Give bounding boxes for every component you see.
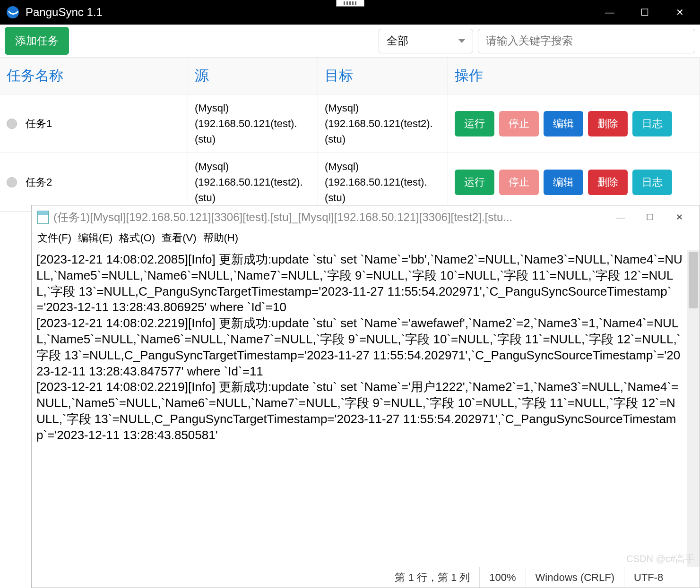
notepad-titlebar: (任务1)[Mysql][192.168.50.121][3306][test]…: [32, 205, 700, 229]
maximize-button[interactable]: ☐: [627, 0, 662, 25]
app-icon: [7, 6, 19, 18]
status-zoom: 100%: [479, 567, 525, 588]
table-row: 任务2 (Mysql)(192.168.50.121(test2).(stu) …: [0, 153, 700, 212]
close-button[interactable]: ✕: [662, 0, 697, 25]
minimize-button[interactable]: —: [592, 0, 627, 25]
col-source-header: 源: [188, 58, 318, 94]
notepad-menu: 文件(F) 编辑(E) 格式(O) 查看(V) 帮助(H): [32, 229, 700, 250]
status-position: 第 1 行，第 1 列: [385, 567, 479, 588]
status-encoding: UTF-8: [624, 567, 700, 588]
task-actions-cell: 运行 停止 编辑 删除 日志: [448, 153, 700, 211]
delete-button[interactable]: 删除: [588, 111, 628, 136]
scrollbar[interactable]: [687, 250, 700, 567]
np-minimize-button[interactable]: —: [606, 205, 635, 229]
stop-button[interactable]: 停止: [499, 111, 539, 136]
menu-view[interactable]: 查看(V): [162, 231, 196, 245]
task-actions-cell: 运行 停止 编辑 删除 日志: [448, 94, 700, 153]
status-eol: Windows (CRLF): [526, 567, 624, 588]
task-name-cell: 任务2: [0, 153, 188, 211]
np-close-button[interactable]: ✕: [665, 205, 694, 229]
task-source-cell: (Mysql)(192.168.50.121(test).(stu): [188, 94, 318, 153]
log-button[interactable]: 日志: [632, 111, 672, 136]
table-header: 任务名称 源 目标 操作: [0, 58, 700, 94]
col-actions-header: 操作: [448, 58, 700, 94]
task-target-cell: (Mysql)(192.168.50.121(test).(stu): [318, 153, 448, 211]
chevron-down-icon: [458, 39, 465, 43]
log-button[interactable]: 日志: [632, 170, 672, 195]
run-button[interactable]: 运行: [455, 111, 494, 136]
np-maximize-button[interactable]: ☐: [635, 205, 665, 229]
run-button[interactable]: 运行: [455, 170, 494, 195]
stop-button[interactable]: 停止: [499, 170, 539, 195]
menu-format[interactable]: 格式(O): [119, 231, 155, 245]
window-title: PanguSync 1.1: [26, 6, 103, 19]
task-source-cell: (Mysql)(192.168.50.121(test2).(stu): [188, 153, 318, 211]
task-target-cell: (Mysql)(192.168.50.121(test2).(stu): [318, 94, 448, 153]
task-name-cell: 任务1: [0, 94, 188, 153]
notepad-text[interactable]: [2023-12-21 14:08:02.2085][Info] 更新成功:up…: [32, 250, 687, 567]
watermark: CSDN @c#高手: [626, 553, 694, 565]
col-name-header: 任务名称: [0, 58, 188, 94]
delete-button[interactable]: 删除: [588, 170, 628, 195]
notepad-window: (任务1)[Mysql][192.168.50.121][3306][test]…: [31, 205, 700, 588]
notepad-statusbar: 第 1 行，第 1 列 100% Windows (CRLF) UTF-8: [32, 567, 700, 588]
menu-edit[interactable]: 编辑(E): [78, 231, 112, 245]
status-dot-icon: [7, 119, 17, 129]
filter-select[interactable]: 全部: [379, 29, 473, 53]
menu-help[interactable]: 帮助(H): [203, 231, 239, 245]
titlebar-drag-tab[interactable]: [336, 0, 364, 7]
edit-button[interactable]: 编辑: [544, 111, 583, 136]
notepad-title: (任务1)[Mysql][192.168.50.121][3306][test]…: [53, 210, 606, 225]
filter-selected-label: 全部: [387, 34, 408, 48]
notepad-icon: [37, 211, 49, 224]
edit-button[interactable]: 编辑: [544, 170, 583, 195]
scrollbar-thumb[interactable]: [689, 252, 698, 308]
task-name-label: 任务1: [26, 116, 52, 131]
search-input[interactable]: [478, 29, 695, 53]
table-row: 任务1 (Mysql)(192.168.50.121(test).(stu) (…: [0, 94, 700, 153]
menu-file[interactable]: 文件(F): [37, 231, 71, 245]
toolbar: 添加任务 全部: [0, 25, 700, 58]
status-dot-icon: [7, 177, 17, 187]
titlebar: PanguSync 1.1 — ☐ ✕: [0, 0, 700, 25]
task-name-label: 任务2: [26, 174, 52, 190]
add-task-button[interactable]: 添加任务: [5, 27, 69, 55]
col-target-header: 目标: [318, 58, 448, 94]
